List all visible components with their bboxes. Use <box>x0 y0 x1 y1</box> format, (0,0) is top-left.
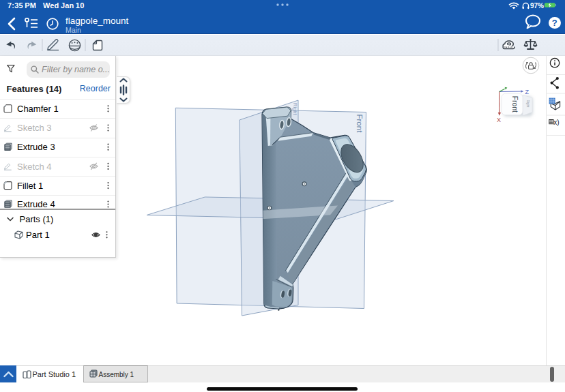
svg-text:Z: Z <box>525 89 530 95</box>
svg-text:Front: Front <box>511 96 519 112</box>
svg-text:Right: Right <box>526 100 530 108</box>
svg-text:Sketch 4: Sketch 4 <box>17 162 52 172</box>
svg-text:Extrude 3: Extrude 3 <box>17 142 55 152</box>
svg-text:Extrude 4: Extrude 4 <box>17 199 55 209</box>
svg-text:x): x) <box>553 119 559 126</box>
svg-text:Fillet 1: Fillet 1 <box>17 181 43 191</box>
svg-text:Chamfer 1: Chamfer 1 <box>17 104 59 114</box>
svg-text:Front: Front <box>356 115 364 134</box>
svg-text:Right: Right <box>292 103 298 115</box>
svg-text:Sketch 3: Sketch 3 <box>17 123 52 133</box>
svg-text:Parts (1): Parts (1) <box>20 214 54 224</box>
svg-text:X: X <box>497 117 501 123</box>
svg-text:Part 1: Part 1 <box>26 230 50 240</box>
